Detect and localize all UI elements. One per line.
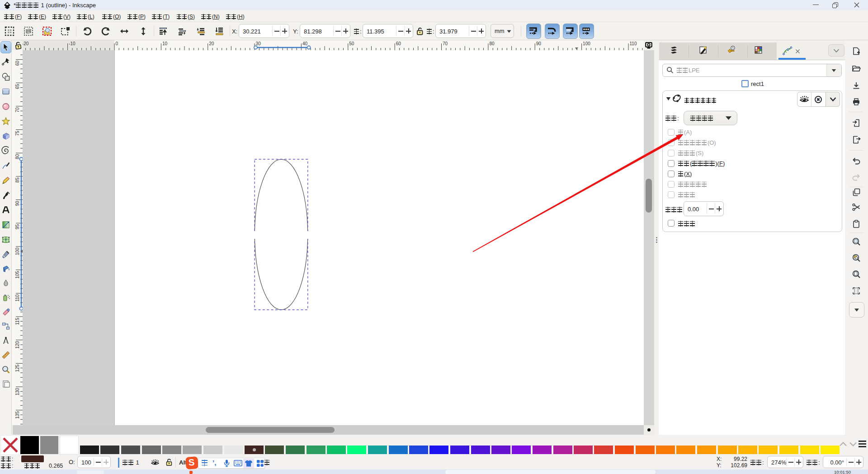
svg-text:100: 100 (15, 247, 20, 255)
svg-text:65: 65 (15, 84, 20, 89)
svg-text:90: 90 (15, 201, 20, 206)
svg-text:60: 60 (15, 61, 20, 66)
svg-text:80: 80 (15, 154, 20, 159)
svg-text:110: 110 (630, 41, 637, 46)
svg-text:40: 40 (302, 41, 308, 46)
svg-text:110: 110 (15, 294, 20, 301)
svg-text:115: 115 (15, 318, 20, 325)
svg-text:0: 0 (116, 41, 118, 46)
svg-text:80: 80 (489, 41, 495, 46)
svg-text:105: 105 (15, 271, 20, 279)
svg-text:120: 120 (15, 341, 20, 349)
svg-text:90: 90 (536, 41, 542, 46)
svg-text:30: 30 (256, 41, 261, 46)
svg-text:20: 20 (209, 41, 214, 46)
svg-text:130: 130 (15, 388, 20, 395)
svg-text:95: 95 (15, 224, 20, 229)
svg-text:70: 70 (443, 41, 448, 46)
svg-text:75: 75 (15, 131, 20, 136)
svg-text:60: 60 (396, 41, 401, 46)
svg-text:85: 85 (15, 177, 20, 183)
svg-text:-10: -10 (69, 41, 75, 46)
svg-text:70: 70 (15, 107, 20, 113)
svg-text:135: 135 (15, 411, 20, 419)
svg-text:125: 125 (15, 364, 20, 372)
svg-text:50: 50 (349, 41, 354, 46)
svg-text:-20: -20 (23, 41, 29, 46)
svg-text:100: 100 (583, 41, 590, 46)
svg-text:10: 10 (162, 41, 168, 46)
